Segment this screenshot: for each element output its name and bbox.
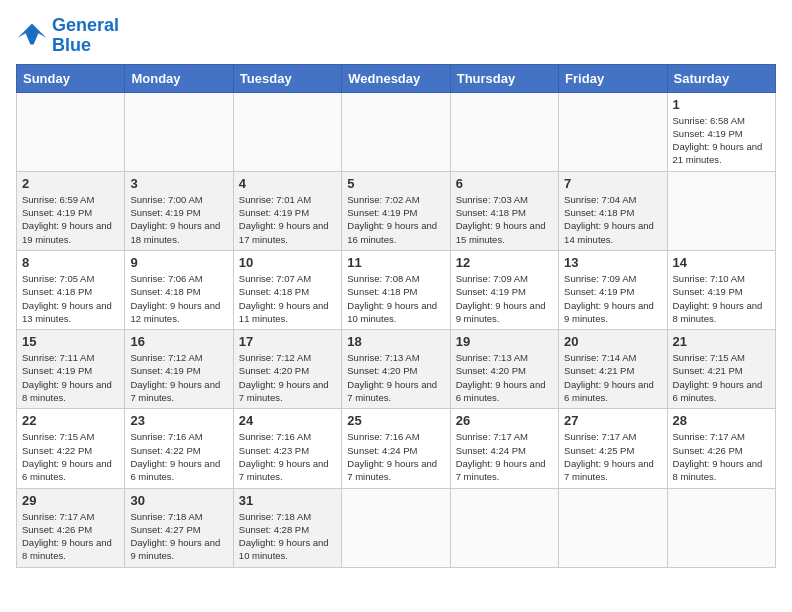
day-number: 13 xyxy=(564,255,661,270)
calendar-week-row: 2Sunrise: 6:59 AM Sunset: 4:19 PM Daylig… xyxy=(17,171,776,250)
day-number: 1 xyxy=(673,97,770,112)
day-header-thursday: Thursday xyxy=(450,64,558,92)
day-number: 8 xyxy=(22,255,119,270)
day-info: Sunrise: 7:17 AM Sunset: 4:26 PM Dayligh… xyxy=(22,510,119,563)
day-number: 19 xyxy=(456,334,553,349)
day-info: Sunrise: 7:17 AM Sunset: 4:25 PM Dayligh… xyxy=(564,430,661,483)
calendar-cell: 16Sunrise: 7:12 AM Sunset: 4:19 PM Dayli… xyxy=(125,330,233,409)
calendar-week-row: 1Sunrise: 6:58 AM Sunset: 4:19 PM Daylig… xyxy=(17,92,776,171)
day-info: Sunrise: 7:17 AM Sunset: 4:24 PM Dayligh… xyxy=(456,430,553,483)
calendar-cell: 7Sunrise: 7:04 AM Sunset: 4:18 PM Daylig… xyxy=(559,171,667,250)
day-info: Sunrise: 7:15 AM Sunset: 4:21 PM Dayligh… xyxy=(673,351,770,404)
day-info: Sunrise: 7:04 AM Sunset: 4:18 PM Dayligh… xyxy=(564,193,661,246)
day-number: 3 xyxy=(130,176,227,191)
day-info: Sunrise: 7:09 AM Sunset: 4:19 PM Dayligh… xyxy=(564,272,661,325)
page-header: General Blue xyxy=(16,16,776,56)
calendar-cell xyxy=(450,488,558,567)
day-info: Sunrise: 7:07 AM Sunset: 4:18 PM Dayligh… xyxy=(239,272,336,325)
day-number: 24 xyxy=(239,413,336,428)
day-header-wednesday: Wednesday xyxy=(342,64,450,92)
calendar-cell: 6Sunrise: 7:03 AM Sunset: 4:18 PM Daylig… xyxy=(450,171,558,250)
calendar-cell: 17Sunrise: 7:12 AM Sunset: 4:20 PM Dayli… xyxy=(233,330,341,409)
day-info: Sunrise: 7:11 AM Sunset: 4:19 PM Dayligh… xyxy=(22,351,119,404)
day-info: Sunrise: 7:02 AM Sunset: 4:19 PM Dayligh… xyxy=(347,193,444,246)
day-header-sunday: Sunday xyxy=(17,64,125,92)
day-number: 18 xyxy=(347,334,444,349)
calendar-cell: 31Sunrise: 7:18 AM Sunset: 4:28 PM Dayli… xyxy=(233,488,341,567)
day-number: 2 xyxy=(22,176,119,191)
day-info: Sunrise: 7:06 AM Sunset: 4:18 PM Dayligh… xyxy=(130,272,227,325)
day-number: 31 xyxy=(239,493,336,508)
logo-text: General Blue xyxy=(52,16,119,56)
day-info: Sunrise: 7:18 AM Sunset: 4:27 PM Dayligh… xyxy=(130,510,227,563)
calendar-week-row: 29Sunrise: 7:17 AM Sunset: 4:26 PM Dayli… xyxy=(17,488,776,567)
calendar-cell: 8Sunrise: 7:05 AM Sunset: 4:18 PM Daylig… xyxy=(17,250,125,329)
svg-marker-0 xyxy=(18,23,47,44)
calendar-cell: 4Sunrise: 7:01 AM Sunset: 4:19 PM Daylig… xyxy=(233,171,341,250)
calendar-cell: 22Sunrise: 7:15 AM Sunset: 4:22 PM Dayli… xyxy=(17,409,125,488)
calendar-cell: 12Sunrise: 7:09 AM Sunset: 4:19 PM Dayli… xyxy=(450,250,558,329)
day-number: 23 xyxy=(130,413,227,428)
calendar-cell xyxy=(233,92,341,171)
day-info: Sunrise: 7:00 AM Sunset: 4:19 PM Dayligh… xyxy=(130,193,227,246)
calendar-cell: 25Sunrise: 7:16 AM Sunset: 4:24 PM Dayli… xyxy=(342,409,450,488)
day-info: Sunrise: 7:17 AM Sunset: 4:26 PM Dayligh… xyxy=(673,430,770,483)
day-header-saturday: Saturday xyxy=(667,64,775,92)
day-header-tuesday: Tuesday xyxy=(233,64,341,92)
calendar-cell: 10Sunrise: 7:07 AM Sunset: 4:18 PM Dayli… xyxy=(233,250,341,329)
day-info: Sunrise: 7:05 AM Sunset: 4:18 PM Dayligh… xyxy=(22,272,119,325)
day-info: Sunrise: 6:58 AM Sunset: 4:19 PM Dayligh… xyxy=(673,114,770,167)
day-number: 5 xyxy=(347,176,444,191)
day-info: Sunrise: 7:08 AM Sunset: 4:18 PM Dayligh… xyxy=(347,272,444,325)
calendar-cell: 11Sunrise: 7:08 AM Sunset: 4:18 PM Dayli… xyxy=(342,250,450,329)
calendar-week-row: 15Sunrise: 7:11 AM Sunset: 4:19 PM Dayli… xyxy=(17,330,776,409)
logo-bird-icon xyxy=(16,22,48,50)
day-number: 30 xyxy=(130,493,227,508)
day-number: 11 xyxy=(347,255,444,270)
day-info: Sunrise: 7:18 AM Sunset: 4:28 PM Dayligh… xyxy=(239,510,336,563)
day-number: 16 xyxy=(130,334,227,349)
day-info: Sunrise: 7:03 AM Sunset: 4:18 PM Dayligh… xyxy=(456,193,553,246)
day-number: 4 xyxy=(239,176,336,191)
day-info: Sunrise: 7:15 AM Sunset: 4:22 PM Dayligh… xyxy=(22,430,119,483)
day-number: 20 xyxy=(564,334,661,349)
calendar-cell: 28Sunrise: 7:17 AM Sunset: 4:26 PM Dayli… xyxy=(667,409,775,488)
calendar-cell: 26Sunrise: 7:17 AM Sunset: 4:24 PM Dayli… xyxy=(450,409,558,488)
calendar-week-row: 22Sunrise: 7:15 AM Sunset: 4:22 PM Dayli… xyxy=(17,409,776,488)
calendar-cell xyxy=(450,92,558,171)
day-info: Sunrise: 7:10 AM Sunset: 4:19 PM Dayligh… xyxy=(673,272,770,325)
calendar-cell xyxy=(667,488,775,567)
calendar-cell: 20Sunrise: 7:14 AM Sunset: 4:21 PM Dayli… xyxy=(559,330,667,409)
day-number: 6 xyxy=(456,176,553,191)
calendar-cell: 30Sunrise: 7:18 AM Sunset: 4:27 PM Dayli… xyxy=(125,488,233,567)
day-number: 21 xyxy=(673,334,770,349)
calendar-cell xyxy=(342,488,450,567)
calendar-week-row: 8Sunrise: 7:05 AM Sunset: 4:18 PM Daylig… xyxy=(17,250,776,329)
day-number: 27 xyxy=(564,413,661,428)
day-info: Sunrise: 6:59 AM Sunset: 4:19 PM Dayligh… xyxy=(22,193,119,246)
calendar-cell xyxy=(125,92,233,171)
day-info: Sunrise: 7:12 AM Sunset: 4:19 PM Dayligh… xyxy=(130,351,227,404)
day-number: 26 xyxy=(456,413,553,428)
day-info: Sunrise: 7:13 AM Sunset: 4:20 PM Dayligh… xyxy=(347,351,444,404)
calendar-cell: 18Sunrise: 7:13 AM Sunset: 4:20 PM Dayli… xyxy=(342,330,450,409)
day-number: 10 xyxy=(239,255,336,270)
day-number: 22 xyxy=(22,413,119,428)
day-info: Sunrise: 7:13 AM Sunset: 4:20 PM Dayligh… xyxy=(456,351,553,404)
day-info: Sunrise: 7:16 AM Sunset: 4:23 PM Dayligh… xyxy=(239,430,336,483)
calendar-cell: 14Sunrise: 7:10 AM Sunset: 4:19 PM Dayli… xyxy=(667,250,775,329)
calendar-cell: 1Sunrise: 6:58 AM Sunset: 4:19 PM Daylig… xyxy=(667,92,775,171)
day-info: Sunrise: 7:12 AM Sunset: 4:20 PM Dayligh… xyxy=(239,351,336,404)
day-number: 17 xyxy=(239,334,336,349)
calendar-cell: 19Sunrise: 7:13 AM Sunset: 4:20 PM Dayli… xyxy=(450,330,558,409)
calendar-cell: 15Sunrise: 7:11 AM Sunset: 4:19 PM Dayli… xyxy=(17,330,125,409)
day-info: Sunrise: 7:16 AM Sunset: 4:24 PM Dayligh… xyxy=(347,430,444,483)
day-number: 9 xyxy=(130,255,227,270)
day-number: 12 xyxy=(456,255,553,270)
calendar-cell: 13Sunrise: 7:09 AM Sunset: 4:19 PM Dayli… xyxy=(559,250,667,329)
day-header-friday: Friday xyxy=(559,64,667,92)
day-info: Sunrise: 7:16 AM Sunset: 4:22 PM Dayligh… xyxy=(130,430,227,483)
calendar-cell xyxy=(667,171,775,250)
day-number: 28 xyxy=(673,413,770,428)
calendar-cell: 21Sunrise: 7:15 AM Sunset: 4:21 PM Dayli… xyxy=(667,330,775,409)
